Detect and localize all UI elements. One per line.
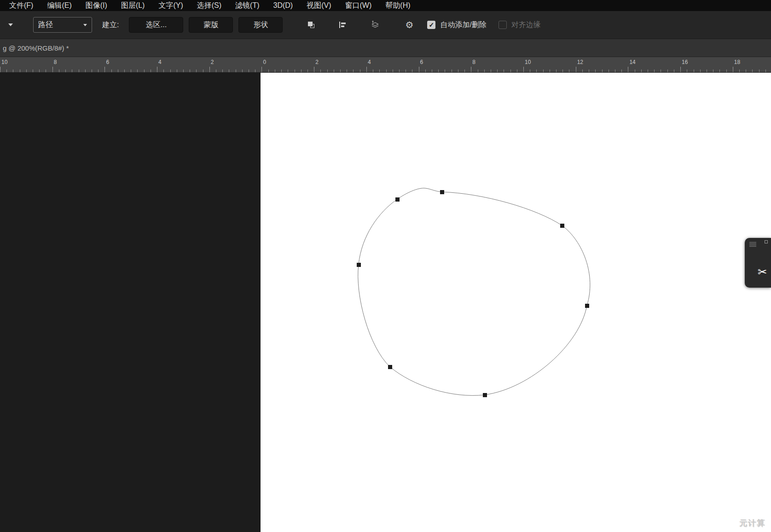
menu-item[interactable]: 图层(L) xyxy=(121,1,145,11)
make-label: 建立: xyxy=(102,20,119,30)
horizontal-ruler[interactable]: 108642024681012141618 xyxy=(0,57,771,73)
align-icon xyxy=(338,20,347,29)
document-tab-bar: g @ 200%(RGB/8#) * xyxy=(0,39,771,57)
panel-mini-icon xyxy=(765,240,768,243)
tool-preset-chevron-button[interactable] xyxy=(6,21,15,29)
menu-item[interactable]: 3D(D) xyxy=(273,1,293,10)
ruler-label: 14 xyxy=(629,59,635,65)
make-shape-button[interactable]: 形状 xyxy=(238,17,283,33)
menu-item[interactable]: 视图(V) xyxy=(307,1,331,11)
watermark: 元计算 xyxy=(739,518,765,528)
collapsed-panel[interactable]: ✂ xyxy=(745,238,771,288)
scissors-icon[interactable]: ✂ xyxy=(758,266,767,278)
tool-mode-select[interactable]: 路径 xyxy=(33,17,92,33)
tool-mode-value: 路径 xyxy=(38,20,53,30)
ruler-label: 16 xyxy=(682,59,688,65)
menu-item[interactable]: 文件(F) xyxy=(9,1,33,11)
menu-item[interactable]: 文字(Y) xyxy=(158,1,183,11)
menu-item[interactable]: 选择(S) xyxy=(197,1,221,11)
ruler-label: 2 xyxy=(211,59,214,65)
ruler-label: 6 xyxy=(106,59,109,65)
panel-grip-icon xyxy=(749,242,756,247)
menu-bar: 文件(F)编辑(E)图像(I)图层(L)文字(Y)选择(S)滤镜(T)3D(D)… xyxy=(0,0,771,11)
auto-add-delete-checkbox[interactable]: ✓ xyxy=(427,21,435,29)
tool-options-bar: 路径 建立: 选区... 蒙版 形状 xyxy=(0,11,771,39)
align-edges-label: 对齐边缘 xyxy=(511,20,541,30)
ruler-label: 4 xyxy=(158,59,162,65)
align-edges-checkbox[interactable] xyxy=(499,21,507,29)
stack-arrange-icon xyxy=(370,20,380,29)
ruler-label: 0 xyxy=(263,59,267,65)
menu-item[interactable]: 滤镜(T) xyxy=(235,1,259,11)
menu-item[interactable]: 窗口(W) xyxy=(345,1,372,11)
check-icon: ✓ xyxy=(429,21,435,29)
menu-item[interactable]: 图像(I) xyxy=(86,1,107,11)
path-arrangement-button[interactable] xyxy=(369,19,381,30)
make-selection-button[interactable]: 选区... xyxy=(129,17,183,33)
chevron-down-icon xyxy=(83,24,87,26)
ruler-label: 6 xyxy=(420,59,423,65)
combine-shapes-icon xyxy=(307,20,316,29)
menu-item[interactable]: 帮助(H) xyxy=(385,1,410,11)
ruler-label: 8 xyxy=(54,59,57,65)
chevron-down-icon xyxy=(8,23,13,26)
ruler-label: 10 xyxy=(1,59,7,65)
ruler-label: 12 xyxy=(577,59,583,65)
document-title[interactable]: g @ 200%(RGB/8#) * xyxy=(3,44,69,52)
path-alignment-button[interactable] xyxy=(337,19,348,30)
canvas-area: ✂ 元计算 xyxy=(0,73,771,532)
photoshop-window: 文件(F)编辑(E)图像(I)图层(L)文字(Y)选择(S)滤镜(T)3D(D)… xyxy=(0,0,771,532)
pasteboard xyxy=(0,73,261,532)
ruler-label: 2 xyxy=(315,59,319,65)
tool-settings-gear-button[interactable]: ⚙ xyxy=(404,19,414,30)
path-operations-button[interactable] xyxy=(306,19,317,30)
ruler-label: 4 xyxy=(368,59,371,65)
make-mask-button[interactable]: 蒙版 xyxy=(189,17,233,33)
menu-item[interactable]: 编辑(E) xyxy=(47,1,71,11)
auto-add-delete-label: 自动添加/删除 xyxy=(440,20,486,30)
ruler-label: 8 xyxy=(472,59,475,65)
gear-icon: ⚙ xyxy=(405,20,413,29)
document-canvas[interactable] xyxy=(261,73,771,532)
ruler-label: 18 xyxy=(734,59,740,65)
ruler-label: 10 xyxy=(525,59,531,65)
